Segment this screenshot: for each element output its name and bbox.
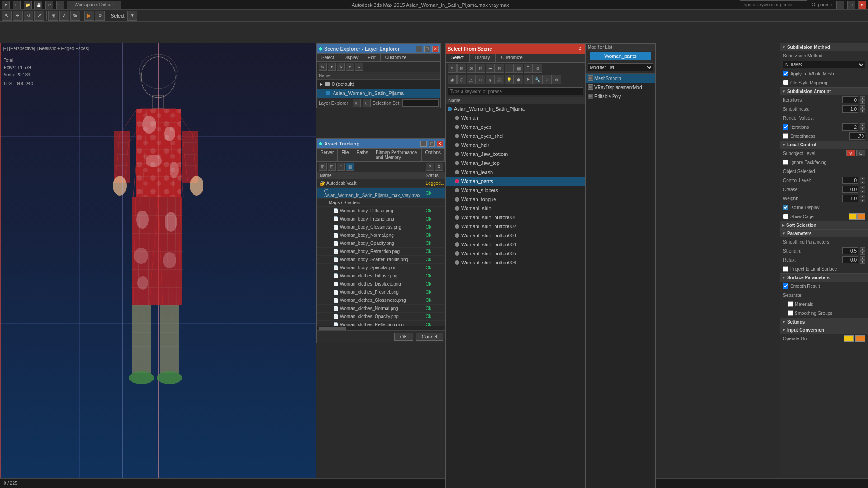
sfs-tb-btnI[interactable]: ⚑ xyxy=(524,75,533,84)
sfs-search-input[interactable] xyxy=(448,87,583,95)
rotate-tool-btn[interactable]: ↻ xyxy=(24,11,33,21)
at-tb-btn2[interactable]: ⊟ xyxy=(328,163,336,171)
sfs-tab-display[interactable]: Display xyxy=(470,54,496,62)
at-tb-btn1[interactable]: ⊞ xyxy=(319,163,327,171)
local-control-header[interactable]: ▼ Local Control xyxy=(780,141,868,149)
sfs-tb-btn6[interactable]: ⊟ xyxy=(495,64,504,73)
render-iterations-input[interactable] xyxy=(842,123,858,131)
sfs-tb-btn10[interactable]: ⚙ xyxy=(533,64,542,73)
at-row-14[interactable]: 📄Woman_clothes_Glossiness.pngOk xyxy=(317,296,445,305)
at-row-4[interactable]: 📄Woman_body_Fresnel.pngOk xyxy=(317,215,445,223)
sfs-item-4[interactable]: Woman_hair xyxy=(446,141,585,150)
se-tab-customize[interactable]: Customize xyxy=(381,54,411,61)
se-options-btn[interactable]: ⚙ xyxy=(337,63,345,71)
se-footer-btn1[interactable]: ⊞ xyxy=(353,99,361,107)
sfs-item-10[interactable]: Woman_tongue xyxy=(446,195,585,204)
iterations-input[interactable] xyxy=(842,96,858,103)
sfs-tb-btnD[interactable]: □ xyxy=(476,75,485,84)
soft-selection-header[interactable]: ▶ Soft Selection xyxy=(780,221,868,229)
sfs-tb-btn1[interactable]: ↖ xyxy=(448,64,457,73)
isoline-checkbox[interactable] xyxy=(783,205,788,210)
at-tab-paths[interactable]: Paths xyxy=(353,149,373,161)
sfs-tab-customize[interactable]: Customize xyxy=(496,54,528,62)
at-row-9[interactable]: 📄Woman_body_Scatter_radius.pngOk xyxy=(317,256,445,264)
sfs-tb-btnH[interactable]: ⬢ xyxy=(514,75,523,84)
sfs-item-11[interactable]: Womanl_shirt xyxy=(446,204,585,213)
sfs-item-6[interactable]: Woman_Jaw_top xyxy=(446,159,585,168)
relax-up-btn[interactable]: ▲ xyxy=(860,256,865,260)
crease-input[interactable] xyxy=(842,186,858,193)
surface-params-header[interactable]: ▼ Surface Parameters xyxy=(780,274,868,282)
old-style-mapping-checkbox[interactable] xyxy=(783,80,788,85)
at-row-1[interactable]: 🗃Asian_Woman_in_Satin_Pijama_max_vray.ma… xyxy=(317,188,445,199)
sfs-item-1[interactable]: Woman xyxy=(446,113,585,122)
at-tb-btn4[interactable]: ▦ xyxy=(346,163,354,171)
sfs-tb-btnK[interactable]: ⊕ xyxy=(542,75,552,84)
sfs-item-9[interactable]: Woman_slippers xyxy=(446,186,585,195)
ctrl-level-up-btn[interactable]: ▲ xyxy=(860,177,865,180)
weight-up-btn[interactable]: ▲ xyxy=(860,195,865,198)
render-iterations-checkbox[interactable] xyxy=(783,124,788,130)
at-row-7[interactable]: 📄Woman_body_Opacity.pngOk xyxy=(317,239,445,248)
at-horizontal-scroll[interactable] xyxy=(317,326,445,330)
relax-down-btn[interactable]: ▼ xyxy=(860,260,865,264)
render-setup-btn[interactable]: ⚙ xyxy=(95,11,105,21)
weight-input[interactable] xyxy=(842,195,858,202)
render-smoothness-checkbox[interactable] xyxy=(783,133,788,139)
at-tab-bitmap[interactable]: Bitmap Performance and Memory xyxy=(372,149,421,161)
sfs-items-list[interactable]: Asian_Woman_in_Satin_PijamaWomanWoman_ey… xyxy=(446,104,585,488)
at-scroll-thumb[interactable] xyxy=(319,327,346,330)
at-restore-btn[interactable]: □ xyxy=(429,141,435,147)
at-cancel-btn[interactable]: Cancel xyxy=(416,333,443,341)
apply-whole-mesh-checkbox[interactable] xyxy=(783,71,788,76)
sfs-tab-select[interactable]: Select xyxy=(446,54,470,62)
cage-color2[interactable] xyxy=(857,213,865,220)
settings-header[interactable]: ▼ Settings xyxy=(780,318,868,326)
iterations-down-btn[interactable]: ▼ xyxy=(860,100,865,104)
mp-stack-item-1[interactable]: ⊞VRayDisplacementMod xyxy=(586,83,655,92)
render-smoothness-input[interactable] xyxy=(849,132,865,140)
save-btn[interactable]: 💾 xyxy=(34,1,42,9)
sfs-tb-btn8[interactable]: ▦ xyxy=(514,64,523,73)
sfs-item-0[interactable]: Asian_Woman_in_Satin_Pijama xyxy=(446,104,585,113)
at-ok-btn[interactable]: OK xyxy=(394,333,413,341)
sfs-item-5[interactable]: Woman_Jaw_bottom xyxy=(446,150,585,159)
se-tab-select[interactable]: Select xyxy=(317,54,339,61)
sfs-item-16[interactable]: Womanl_shirt_button005 xyxy=(446,249,585,258)
scale-tool-btn[interactable]: ⤢ xyxy=(34,11,44,21)
mp-stack-item-0[interactable]: ⊞MeshSmooth xyxy=(586,74,655,83)
sfs-tb-btn4[interactable]: ⊡ xyxy=(476,64,485,73)
at-tab-file[interactable]: File xyxy=(338,149,353,161)
cage-color1[interactable] xyxy=(849,213,857,220)
close-btn[interactable]: ✕ xyxy=(858,1,866,9)
show-cage-checkbox[interactable] xyxy=(783,214,788,219)
smoothing-params-header[interactable]: ▼ Parameters xyxy=(780,230,868,237)
sfs-item-12[interactable]: Womanl_shirt_button001 xyxy=(446,213,585,222)
sfs-item-17[interactable]: Womanl_shirt_button006 xyxy=(446,258,585,267)
at-row-15[interactable]: 📄Woman_clothes_Normal.pngOk xyxy=(317,305,445,313)
iterations-up-btn[interactable]: ▲ xyxy=(860,96,865,100)
sfs-tb-btn7[interactable]: ↕ xyxy=(505,64,514,73)
se-tab-edit[interactable]: Edit xyxy=(363,54,381,61)
at-row-13[interactable]: 📄Woman_clothes_Fresnel.pngOk xyxy=(317,288,445,296)
smoothness-down-btn[interactable]: ▼ xyxy=(860,109,865,113)
percent-snap-btn[interactable]: % xyxy=(70,11,80,21)
undo-btn[interactable]: ↩ xyxy=(45,1,53,9)
sfs-tb-btnJ[interactable]: 🔧 xyxy=(533,75,542,84)
crease-down-btn[interactable]: ▼ xyxy=(860,190,865,193)
at-row-12[interactable]: 📄Woman_clothes_Displace.pngOk xyxy=(317,280,445,288)
se-filter-btn[interactable]: ▼ xyxy=(328,63,336,71)
sfs-item-7[interactable]: Woman_leash xyxy=(446,168,585,177)
new-btn[interactable]: □ xyxy=(13,1,21,9)
at-row-0[interactable]: 🔐Autodesk VaultLogged... xyxy=(317,179,445,188)
sfs-tb-btn9[interactable]: T xyxy=(524,64,533,73)
sfs-tb-btnG[interactable]: 💡 xyxy=(505,75,514,84)
minimize-btn[interactable]: ─ xyxy=(836,1,844,9)
mp-stack-item-2[interactable]: ⊞Editable Poly xyxy=(586,92,655,101)
smoothing-groups-checkbox[interactable] xyxy=(788,310,793,316)
select-tool-btn[interactable]: ↖ xyxy=(2,11,12,21)
sfs-item-8[interactable]: Woman_pants xyxy=(446,177,585,186)
at-row-6[interactable]: 📄Woman_body_Normal.pngOk xyxy=(317,231,445,239)
sfs-close-btn[interactable]: ✕ xyxy=(577,46,583,52)
sfs-item-14[interactable]: Womanl_shirt_button003 xyxy=(446,231,585,240)
